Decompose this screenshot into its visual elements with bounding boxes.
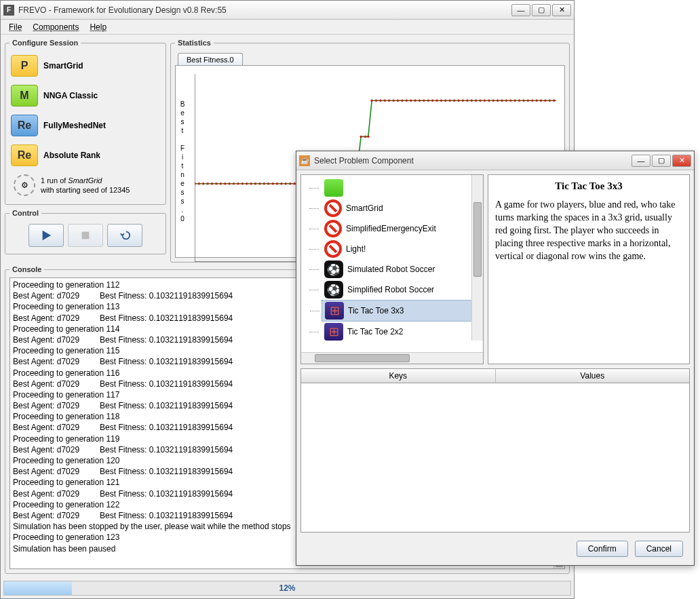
ttt-icon xyxy=(324,323,343,341)
svg-point-6 xyxy=(206,182,208,185)
tree-scrollbar-h[interactable] xyxy=(301,352,483,364)
svg-point-56 xyxy=(414,100,416,102)
tree-item-3[interactable]: Light! xyxy=(322,239,483,259)
kv-table-header: Keys Values xyxy=(300,368,690,383)
progress-pct: 12% xyxy=(4,581,570,595)
svg-point-23 xyxy=(280,182,282,185)
cancel-button[interactable]: Cancel xyxy=(635,541,683,557)
tree-label: Tic Tac Toe 2x2 xyxy=(347,327,404,336)
svg-point-77 xyxy=(505,100,507,102)
svg-point-67 xyxy=(462,100,464,102)
select-problem-dialog: ☕ Select Problem Component — ▢ ✕ SmartGr… xyxy=(296,151,695,566)
svg-point-8 xyxy=(215,182,217,185)
svg-point-72 xyxy=(484,100,486,102)
svg-point-87 xyxy=(549,100,551,102)
folder-icon: M xyxy=(11,85,38,107)
statistics-legend: Statistics xyxy=(175,39,214,47)
menu-help[interactable]: Help xyxy=(85,21,111,33)
undo-button[interactable] xyxy=(107,224,142,247)
control-legend: Control xyxy=(9,209,41,217)
desc-title: Tic Tac Toe 3x3 xyxy=(495,180,682,192)
svg-point-74 xyxy=(492,100,494,102)
svg-point-25 xyxy=(289,182,291,185)
menu-components[interactable]: Components xyxy=(28,21,83,33)
svg-rect-0 xyxy=(82,232,90,239)
folder-icon: Re xyxy=(11,115,38,136)
tree-item-7[interactable]: Tic Tac Toe 2x2 xyxy=(322,322,483,342)
svg-point-81 xyxy=(522,100,524,102)
svg-point-17 xyxy=(254,182,256,185)
kv-keys-header[interactable]: Keys xyxy=(301,369,496,383)
svg-point-83 xyxy=(531,100,533,102)
svg-point-11 xyxy=(228,182,230,185)
stop-button[interactable] xyxy=(68,224,103,247)
svg-point-12 xyxy=(233,182,235,185)
svg-point-53 xyxy=(401,100,403,102)
chart-ylabel: Best Fitness.0 xyxy=(178,100,187,223)
svg-point-62 xyxy=(440,100,442,102)
svg-point-5 xyxy=(202,182,204,185)
java-icon: ☕ xyxy=(299,155,310,166)
no-icon xyxy=(324,199,342,217)
play-button[interactable] xyxy=(28,224,64,247)
tree-label: Simplified Robot Soccer xyxy=(347,285,434,294)
cfg-item-1[interactable]: MNNGA Classic xyxy=(9,81,161,111)
svg-point-60 xyxy=(431,100,433,102)
svg-point-68 xyxy=(466,100,468,102)
tree-item-6[interactable]: Tic Tac Toe 3x3 xyxy=(322,300,483,322)
description-pane: Tic Tac Toe 3x3 A game for two players, … xyxy=(488,174,690,364)
svg-point-65 xyxy=(453,100,455,102)
svg-point-9 xyxy=(220,182,222,185)
svg-point-14 xyxy=(241,182,244,185)
cfg-label: FullyMeshedNet xyxy=(43,121,106,130)
svg-point-46 xyxy=(370,100,372,102)
cfg-label: NNGA Classic xyxy=(43,91,98,100)
svg-point-78 xyxy=(509,100,511,102)
tree-item-0[interactable] xyxy=(322,178,483,198)
svg-point-20 xyxy=(267,182,269,185)
close-button[interactable]: ✕ xyxy=(552,4,571,16)
dialog-maximize-button[interactable]: ▢ xyxy=(652,155,671,167)
main-titlebar: F FREVO - Framework for Evolutionary Des… xyxy=(1,1,574,20)
dialog-minimize-button[interactable]: — xyxy=(631,155,650,167)
svg-point-52 xyxy=(397,100,399,102)
minimize-button[interactable]: — xyxy=(511,4,530,16)
maximize-button[interactable]: ▢ xyxy=(532,4,551,16)
svg-point-70 xyxy=(475,100,477,102)
svg-point-44 xyxy=(364,136,366,138)
ttt-icon xyxy=(325,302,344,320)
svg-point-50 xyxy=(388,100,390,102)
tree-item-1[interactable]: SmartGrid xyxy=(322,198,483,218)
svg-point-59 xyxy=(427,100,429,102)
svg-point-16 xyxy=(250,182,252,185)
svg-point-49 xyxy=(384,100,386,102)
tree-item-2[interactable]: SimplifiedEmergencyExit xyxy=(322,218,483,239)
folder-icon: Re xyxy=(11,144,38,166)
svg-point-3 xyxy=(195,182,196,185)
confirm-button[interactable]: Confirm xyxy=(577,541,628,557)
tree-label: Simulated Robot Soccer xyxy=(347,265,435,274)
tree-item-4[interactable]: Simulated Robot Soccer xyxy=(322,259,483,279)
tab-best-fitness[interactable]: Best Fitness.0 xyxy=(178,53,243,66)
svg-point-76 xyxy=(501,100,503,102)
green-icon xyxy=(324,179,343,197)
menu-file[interactable]: File xyxy=(5,21,26,33)
cfg-item-0[interactable]: PSmartGrid xyxy=(9,51,161,81)
tree-label: Light! xyxy=(346,244,366,254)
svg-point-75 xyxy=(497,100,499,102)
kv-values-header[interactable]: Values xyxy=(496,369,690,383)
dialog-close-button[interactable]: ✕ xyxy=(672,155,691,167)
svg-point-24 xyxy=(285,182,287,185)
cfg-item-2[interactable]: ReFullyMeshedNet xyxy=(9,111,161,140)
svg-point-47 xyxy=(375,100,377,102)
svg-point-10 xyxy=(224,182,226,185)
svg-point-85 xyxy=(540,100,542,102)
kv-table-body xyxy=(300,383,690,533)
app-icon: F xyxy=(3,5,14,16)
tree-scrollbar-v[interactable] xyxy=(471,175,483,341)
tree-item-5[interactable]: Simplified Robot Soccer xyxy=(322,279,483,300)
svg-point-80 xyxy=(518,100,520,102)
cfg-item-3[interactable]: ReAbsolute Rank xyxy=(9,140,161,170)
svg-point-66 xyxy=(457,100,459,102)
window-title: FREVO - Framework for Evolutionary Desig… xyxy=(18,5,511,15)
